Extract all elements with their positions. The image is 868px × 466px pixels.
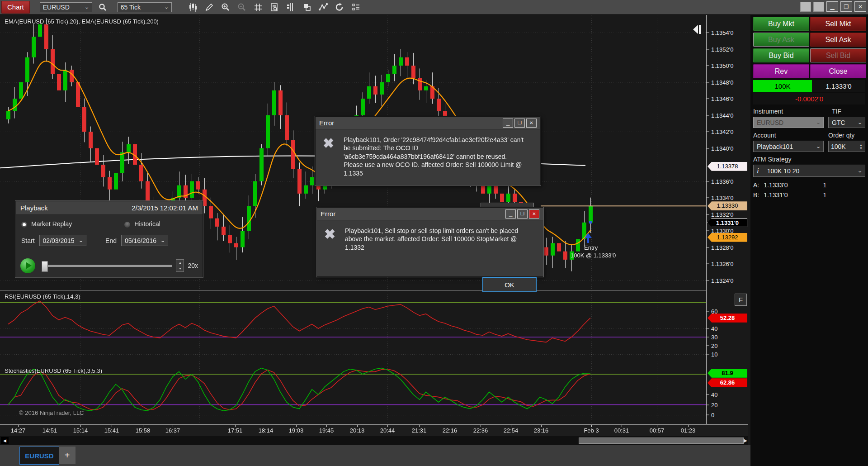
playback-title-bar[interactable]: Playback 2/3/2015 12:02:01 AM — [16, 201, 203, 215]
error-message: Playback101, Sell stop or sell stop limi… — [345, 227, 526, 252]
chart-indicator-label: EMA(EURUSD (65 Tick),20), EMA(EURUSD (65… — [5, 18, 159, 25]
regression-icon[interactable] — [317, 2, 329, 13]
maximize-icon[interactable]: ❐ — [514, 119, 525, 128]
error-dialog-1-title-bar[interactable]: Error ▁ ❐ ✕ — [316, 117, 540, 129]
chart-window-badge[interactable]: Chart — [1, 1, 30, 14]
rsi-value-marker: 52.28 — [708, 314, 747, 323]
buy-bid-button[interactable]: Buy Bid — [753, 48, 809, 62]
order-qty-stepper[interactable]: 100K▲▼ — [828, 141, 865, 152]
order-qty-value: 100K — [831, 143, 846, 150]
rsi-f-button[interactable]: F — [735, 294, 747, 306]
ask-row-label: A: — [753, 181, 759, 189]
bid-row-label: B: — [753, 191, 759, 199]
time-label: 15:41 — [104, 427, 119, 434]
sell-ask-button[interactable]: Sell Ask — [810, 33, 866, 47]
rsi-panel-canvas[interactable] — [0, 291, 706, 364]
time-axis[interactable]: 14:2714:5115:1415:4115:5816:3717:5118:14… — [0, 424, 748, 436]
maximize-icon[interactable]: ❐ — [517, 209, 528, 219]
time-label: 20:13 — [350, 427, 365, 434]
playback-position-slider[interactable] — [42, 265, 172, 267]
price-tick: 1.1340'0 — [707, 145, 733, 152]
add-tab-button[interactable]: + — [59, 447, 75, 464]
close-icon[interactable]: ✕ — [526, 119, 537, 128]
time-label: 20:44 — [380, 427, 395, 434]
time-label: 17:51 — [228, 427, 243, 434]
chevron-down-icon: ⌄ — [85, 5, 90, 10]
stepper-arrows-icon[interactable]: ▲▼ — [859, 143, 863, 150]
slider-thumb[interactable] — [42, 261, 48, 272]
ask-row-price: 1.1333'0 — [764, 181, 788, 189]
time-label: 19:45 — [319, 427, 334, 434]
window-controls: ▁ ❐ ✕ — [800, 1, 866, 12]
workspace-button[interactable] — [800, 2, 811, 12]
instrument-selector[interactable]: EURUSD⌄ — [40, 2, 92, 12]
historical-radio[interactable]: Historical — [124, 220, 160, 228]
reload-icon[interactable] — [334, 2, 345, 13]
workspace-button[interactable] — [813, 2, 824, 12]
copyright-text: © 2016 NinjaTrader, LLC — [19, 409, 84, 416]
search-icon[interactable] — [97, 2, 108, 13]
reverse-button[interactable]: Rev — [753, 64, 809, 78]
tab-eurusd[interactable]: EURUSD — [19, 447, 59, 465]
zoom-in-icon[interactable] — [220, 2, 231, 13]
layers-icon[interactable] — [301, 2, 313, 13]
end-date-select[interactable]: 05/16/2016⌄ — [121, 235, 168, 246]
data-box-icon[interactable] — [269, 2, 280, 13]
instrument-select-value: EURUSD — [757, 119, 783, 126]
tab-strip: EURUSD + — [0, 445, 868, 466]
bid-row-qty: 1 — [823, 191, 827, 199]
close-position-button[interactable]: Close — [810, 64, 866, 78]
chart-trader-panel: Buy Mkt Sell Mkt Buy Ask Sell Ask Buy Bi… — [750, 15, 868, 466]
zoom-out-icon[interactable] — [236, 2, 248, 13]
close-icon[interactable]: ✕ — [529, 209, 539, 219]
atm-strategy-select[interactable]: i100K 10 20 ⌄ — [753, 165, 865, 177]
stoch-value-marker: 81.9 — [708, 369, 747, 378]
minimize-icon[interactable]: ▁ — [826, 1, 838, 12]
minimize-icon[interactable]: ▁ — [505, 209, 516, 219]
ok-button[interactable]: OK — [482, 277, 537, 292]
scroll-right-icon[interactable]: ▶ — [744, 438, 747, 443]
scrollbar-thumb[interactable] — [579, 437, 744, 444]
price-axis[interactable]: F 1.1354'01.1352'01.1350'01.1348'01.1346… — [707, 15, 748, 424]
chart-style-icon[interactable] — [187, 2, 199, 13]
stoch-tick: 20 — [707, 401, 717, 408]
drawing-tools-icon[interactable] — [203, 2, 215, 13]
play-button[interactable] — [20, 258, 35, 273]
minimize-icon[interactable]: ▁ — [503, 119, 513, 128]
buy-mkt-button[interactable]: Buy Mkt — [753, 17, 809, 31]
grid-icon[interactable] — [252, 2, 264, 13]
instrument-selector-value: EURUSD — [43, 4, 70, 11]
account-select[interactable]: Playback101⌄ — [753, 141, 824, 152]
close-icon[interactable]: ✕ — [854, 1, 866, 12]
time-label: 15:14 — [73, 427, 88, 434]
interval-selector[interactable]: 65 Tick⌄ — [118, 2, 172, 12]
panel-separator[interactable] — [0, 290, 748, 290]
error-icon: ✖ — [323, 137, 334, 150]
collapse-panel-icon[interactable] — [691, 24, 703, 37]
market-replay-radio[interactable]: Market Replay — [21, 220, 72, 228]
restore-icon[interactable]: ❐ — [840, 1, 852, 12]
chevron-down-icon: ⌄ — [164, 5, 170, 10]
scroll-left-icon[interactable]: ◀ — [1, 437, 9, 444]
rsi-label: RSI(EURUSD (65 Tick),14,3) — [5, 293, 80, 300]
properties-icon[interactable] — [350, 2, 362, 13]
tif-select-value: GTC — [832, 119, 845, 126]
bid-row: B: 1.1331'0 1 — [753, 191, 826, 199]
chevron-down-icon: ⌄ — [160, 238, 165, 243]
instrument-label: Instrument — [753, 108, 783, 115]
info-icon[interactable]: i — [757, 166, 759, 176]
panel-align-icon[interactable] — [285, 2, 297, 13]
tif-select[interactable]: GTC⌄ — [828, 117, 865, 128]
error-dialog-2: Error ▁ ❐ ✕ ✖ Playback101, Sell stop or … — [316, 207, 543, 277]
error-dialog-2-title-bar[interactable]: Error ▁ ❐ ✕ — [317, 208, 543, 220]
speed-stepper[interactable]: ▲▼ — [176, 259, 184, 272]
stochastics-panel-canvas[interactable] — [0, 365, 706, 424]
stoch-value-marker: 62.86 — [708, 378, 747, 387]
panel-separator[interactable] — [0, 364, 748, 364]
ask-row: A: 1.1333'0 1 — [753, 181, 826, 189]
start-date-select[interactable]: 02/03/2015⌄ — [39, 235, 86, 246]
time-label: 14:51 — [42, 427, 57, 434]
atm-strategy-value: 100K 10 20 — [767, 167, 800, 175]
start-label: Start — [21, 237, 35, 244]
sell-mkt-button[interactable]: Sell Mkt — [810, 17, 866, 31]
